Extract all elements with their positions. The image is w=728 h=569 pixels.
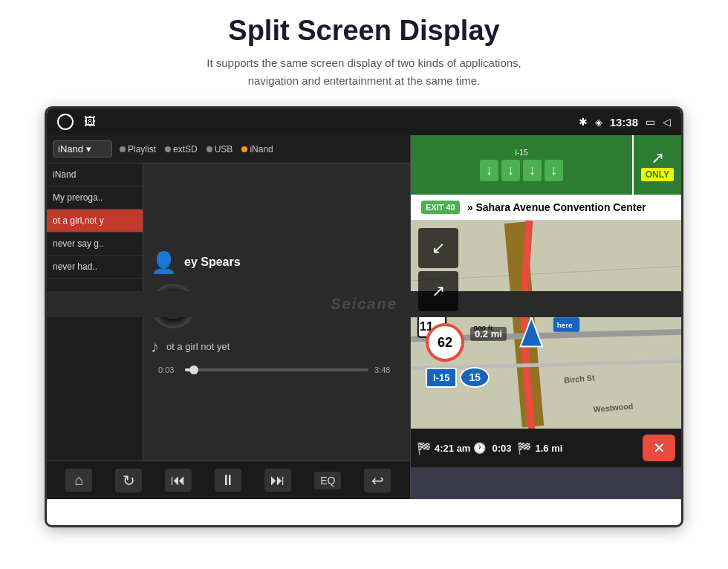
playlist-item-4[interactable]: never had.. bbox=[47, 256, 143, 279]
album-row: Hitzone 19 bbox=[151, 284, 403, 328]
playlist-item-inand[interactable]: iNand bbox=[47, 163, 143, 186]
vinyl-disc bbox=[151, 284, 195, 328]
status-right-icons: ✱ ◈ 13:38 ▭ ◁ bbox=[579, 116, 671, 129]
song-name: ot a girl not yet bbox=[166, 341, 230, 352]
radio-dot-usb bbox=[207, 146, 212, 152]
highway-label: I-15 bbox=[515, 149, 527, 157]
source-opt-inand-label: iNand bbox=[250, 144, 273, 155]
location-icon: ◈ bbox=[595, 117, 602, 128]
player-main: 👤 ey Spears Hitzone 19 ♪ ot a girl not y… bbox=[143, 163, 410, 461]
note-icon: ♪ bbox=[151, 337, 159, 357]
next-button[interactable]: ⏭ bbox=[264, 469, 291, 492]
nav-exit-banner: EXIT 40 » Sahara Avenue Convention Cente… bbox=[411, 195, 681, 221]
flag-start-icon: 🏁 bbox=[417, 441, 432, 455]
song-row: ♪ ot a girl not yet bbox=[151, 337, 403, 357]
device-frame: 🖼 ✱ ◈ 13:38 ▭ ◁ iNand ▾ Playlist bbox=[45, 106, 683, 527]
exit-badge: EXIT 40 bbox=[421, 201, 460, 214]
source-opt-inand[interactable]: iNand bbox=[241, 144, 273, 155]
i15-badge: 15 bbox=[460, 367, 490, 388]
flag-end-icon: 🏁 bbox=[517, 441, 532, 455]
album-name: Hitzone 19 bbox=[203, 300, 253, 312]
distance-label: 0.2 mi bbox=[470, 327, 507, 341]
source-options: Playlist extSD USB iNand bbox=[120, 144, 273, 155]
nav-remaining: 🏁 1.6 mi bbox=[517, 441, 562, 455]
turn-icon-2: ↗ bbox=[418, 271, 458, 311]
playlist-sidebar: iNand My preroga.. ot a girl,not y never… bbox=[47, 163, 143, 461]
time-current: 0:03 bbox=[158, 365, 179, 374]
nav-eta: 🏁 4:21 am 🕐 bbox=[417, 441, 486, 455]
speed-sign: 62 bbox=[426, 323, 464, 362]
arrow-down-2: ↓ bbox=[501, 160, 520, 181]
nav-bottom-bar: 🏁 4:21 am 🕐 0:03 🏁 1.6 mi ✕ bbox=[411, 429, 681, 467]
arrow-down-1: ↓ bbox=[480, 160, 498, 181]
chevron-down-icon: ▾ bbox=[86, 143, 91, 155]
i15-text: I-15 bbox=[426, 368, 457, 388]
time-total: 3:48 bbox=[374, 365, 395, 374]
source-opt-extsd[interactable]: extSD bbox=[165, 144, 198, 155]
controls-bar: ⌂ ↻ ⏮ ⏸ ⏭ EQ ↩ bbox=[47, 461, 410, 499]
eq-button[interactable]: EQ bbox=[314, 472, 341, 490]
source-opt-playlist-label: Playlist bbox=[128, 144, 156, 155]
radio-dot-playlist bbox=[120, 146, 126, 152]
playlist-item-3[interactable]: never say g.. bbox=[47, 233, 143, 256]
split-area: iNand ▾ Playlist extSD USB bbox=[47, 135, 681, 499]
source-dropdown[interactable]: iNand ▾ bbox=[53, 140, 112, 157]
source-bar: iNand ▾ Playlist extSD USB bbox=[47, 135, 410, 163]
screen-icon: ▭ bbox=[646, 116, 655, 128]
status-left-icons: 🖼 bbox=[57, 114, 96, 130]
playlist-item-1[interactable]: My preroga.. bbox=[47, 186, 143, 209]
remaining-value: 1.6 mi bbox=[535, 443, 562, 454]
nav-only-sign: ↗ ONLY bbox=[634, 135, 681, 195]
progress-bar[interactable] bbox=[185, 368, 368, 371]
prev-button[interactable]: ⏮ bbox=[165, 469, 192, 492]
back-ctrl-button[interactable]: ↩ bbox=[364, 469, 391, 492]
vinyl-center bbox=[168, 301, 178, 311]
music-panel: iNand ▾ Playlist extSD USB bbox=[47, 135, 411, 499]
progress-bar-container: 0:03 3:48 bbox=[158, 365, 395, 374]
back-icon: ◁ bbox=[663, 116, 671, 128]
track-info-row: 👤 ey Spears bbox=[151, 250, 403, 275]
source-opt-playlist[interactable]: Playlist bbox=[120, 144, 156, 155]
progress-area: 0:03 3:48 bbox=[151, 365, 403, 374]
nav-green-sign: I-15 ↓ ↓ ↓ ↓ bbox=[411, 135, 634, 195]
radio-dot-extsd bbox=[165, 146, 171, 152]
nav-sign-area: I-15 ↓ ↓ ↓ ↓ ↗ ONLY bbox=[411, 135, 681, 195]
elapsed-value: 0:03 bbox=[492, 443, 511, 454]
repeat-button[interactable]: ↻ bbox=[115, 469, 142, 492]
playlist-item-2[interactable]: ot a girl,not y bbox=[47, 209, 143, 233]
bluetooth-icon: ✱ bbox=[579, 116, 588, 128]
radio-dot-inand bbox=[241, 146, 247, 152]
status-bar: 🖼 ✱ ◈ 13:38 ▭ ◁ bbox=[47, 108, 681, 135]
map-area: Birch St Westwood here 500 ft LIMIT 11 6… bbox=[411, 221, 681, 429]
clock-icon: 🕐 bbox=[473, 442, 486, 454]
artist-name: ey Spears bbox=[184, 256, 241, 269]
i15-sign: I-15 15 bbox=[426, 367, 490, 388]
source-opt-usb[interactable]: USB bbox=[207, 144, 233, 155]
svg-text:LIMIT: LIMIT bbox=[421, 310, 436, 317]
source-dropdown-label: iNand bbox=[58, 143, 83, 155]
music-content: iNand My preroga.. ot a girl,not y never… bbox=[47, 163, 410, 461]
nav-close-button[interactable]: ✕ bbox=[643, 435, 675, 461]
nav-panel: I-15 ↓ ↓ ↓ ↓ ↗ ONLY EXIT 40 » Sahara Ave… bbox=[411, 135, 681, 499]
home-circle-icon bbox=[57, 114, 74, 130]
person-icon: 👤 bbox=[151, 250, 177, 275]
status-time: 13:38 bbox=[610, 116, 638, 129]
page-title: Split Screen Display bbox=[228, 15, 499, 47]
turn-icons: ↙ ↗ bbox=[418, 228, 458, 311]
turn-icon-1: ↙ bbox=[418, 228, 458, 268]
only-label: ONLY bbox=[641, 168, 674, 181]
arrow-down-3: ↓ bbox=[523, 160, 542, 181]
source-opt-extsd-label: extSD bbox=[173, 144, 198, 155]
arrow-up-right-icon: ↗ bbox=[651, 149, 664, 168]
svg-text:here: here bbox=[557, 321, 573, 329]
home-button[interactable]: ⌂ bbox=[65, 469, 92, 492]
page-subtitle: It supports the same screen display of t… bbox=[207, 54, 521, 90]
arrow-down-4: ↓ bbox=[545, 160, 563, 181]
pause-button[interactable]: ⏸ bbox=[215, 469, 241, 492]
nav-elapsed: 0:03 bbox=[492, 443, 511, 454]
progress-thumb bbox=[189, 365, 198, 374]
image-icon: 🖼 bbox=[84, 115, 96, 129]
nav-arrows: ↓ ↓ ↓ ↓ bbox=[480, 160, 563, 181]
eta-value: 4:21 am bbox=[435, 443, 470, 454]
source-opt-usb-label: USB bbox=[215, 144, 233, 155]
